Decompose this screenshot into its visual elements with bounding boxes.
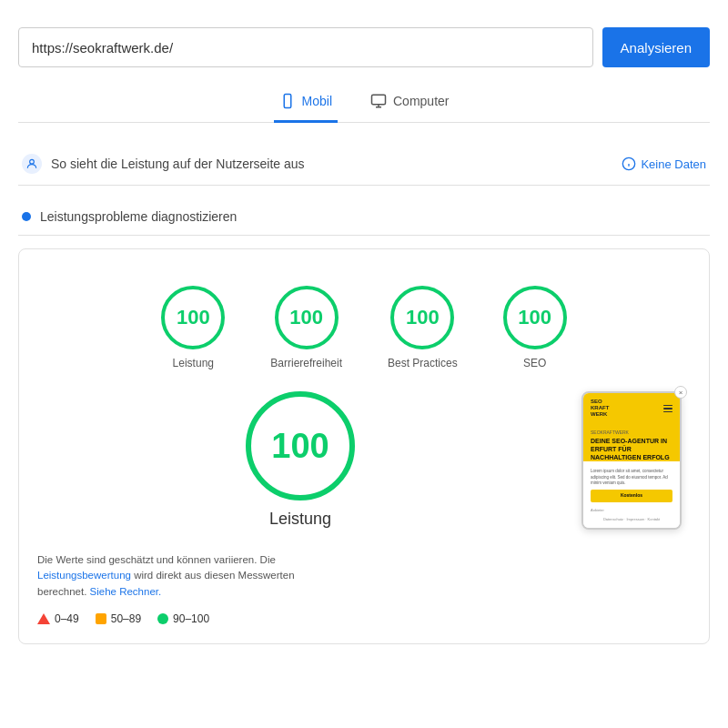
- tabs-row: Mobil Computer: [18, 84, 710, 123]
- phone-mockup-wrap: SEO KRAFT WERK: [581, 391, 682, 530]
- diag-header: Leistungsprobleme diagnostizieren: [18, 198, 710, 236]
- legend-red-icon: [37, 613, 50, 624]
- svg-rect-0: [284, 95, 291, 108]
- big-score-wrap: 100 Leistung: [37, 391, 563, 538]
- phone-logo: SEO KRAFT WERK: [591, 399, 609, 419]
- phone-menu-icon: [663, 405, 672, 413]
- big-score-title: Leistung: [269, 510, 331, 529]
- scores-row: 100 Leistung 100 Barrierefreiheit 100 Be…: [37, 286, 691, 369]
- tab-computer[interactable]: Computer: [365, 84, 454, 123]
- score-circle-best-practices: 100: [390, 286, 454, 349]
- score-seo: 100 SEO: [503, 286, 567, 369]
- score-circle-seo: 100: [503, 286, 567, 349]
- legend-orange: 50–89: [96, 612, 141, 625]
- phone-brand: SEOKRAFTWERK: [591, 430, 672, 435]
- info-icon: [622, 157, 636, 171]
- legend-green: 90–100: [157, 612, 209, 625]
- rechner-link[interactable]: Siehe Rechner.: [90, 586, 162, 597]
- main-content: 100 Leistung Die Werte sind geschätzt un…: [37, 391, 691, 625]
- desktop-icon: [370, 93, 387, 109]
- keine-daten-button[interactable]: Keine Daten: [622, 157, 706, 171]
- diag-label: Leistungsprobleme diagnostizieren: [40, 209, 237, 224]
- phone-body-text: Lorem ipsum dolor sit amet, consectetur …: [591, 469, 672, 487]
- score-circle-leistung: 100: [161, 286, 225, 349]
- big-score-circle: 100: [246, 391, 355, 500]
- phone-anbieter: Anbieter: [591, 508, 672, 513]
- legend-orange-icon: [96, 613, 106, 624]
- leistungsbewertung-link[interactable]: Leistungsbewertung: [37, 570, 131, 581]
- diag-bullet-icon: [22, 212, 31, 221]
- user-perf-label-wrap: So sieht die Leistung auf der Nutzerseit…: [22, 154, 305, 174]
- main-panel: 100 Leistung 100 Barrierefreiheit 100 Be…: [18, 248, 710, 644]
- phone-mockup: SEO KRAFT WERK: [581, 391, 682, 530]
- user-perf-section-header: So sieht die Leistung auf der Nutzerseit…: [18, 143, 710, 186]
- diag-section: Leistungsprobleme diagnostizieren 100 Le…: [18, 198, 710, 644]
- svg-point-5: [30, 159, 35, 164]
- svg-rect-2: [372, 95, 386, 105]
- score-leistung: 100 Leistung: [161, 286, 225, 369]
- score-description: Die Werte sind geschätzt und können vari…: [37, 552, 310, 600]
- search-bar: Analysieren: [18, 27, 710, 67]
- phone-cta-btn: Kostenlos: [591, 490, 672, 502]
- legend-row: 0–49 50–89 90–100: [37, 612, 563, 625]
- legend-red: 0–49: [37, 612, 79, 625]
- mobile-icon: [279, 93, 296, 109]
- left-panel: 100 Leistung Die Werte sind geschätzt un…: [37, 391, 563, 625]
- right-panel: SEO KRAFT WERK: [581, 391, 691, 533]
- url-input[interactable]: [18, 27, 593, 67]
- score-barrierefreiheit: 100 Barrierefreiheit: [270, 286, 342, 369]
- phone-close-icon[interactable]: ×: [674, 386, 687, 399]
- score-best-practices: 100 Best Practices: [388, 286, 458, 369]
- user-icon: [22, 154, 42, 174]
- phone-header: SEO KRAFT WERK: [583, 393, 680, 424]
- phone-headline: DEINE SEO-AGENTUR IN ERFURT FÜR NACHHALT…: [591, 437, 672, 461]
- phone-white-section: Lorem ipsum dolor sit amet, consectetur …: [583, 465, 680, 528]
- legend-green-icon: [157, 613, 168, 624]
- analyze-button[interactable]: Analysieren: [602, 27, 710, 67]
- phone-links: Datenschutz · Impressum · Kontakt: [591, 515, 672, 524]
- score-circle-barrierefreiheit: 100: [275, 286, 339, 349]
- user-perf-label: So sieht die Leistung auf der Nutzerseit…: [51, 157, 305, 171]
- phone-body: SEOKRAFTWERK DEINE SEO-AGENTUR IN ERFURT…: [583, 424, 680, 461]
- tab-mobil[interactable]: Mobil: [274, 84, 338, 123]
